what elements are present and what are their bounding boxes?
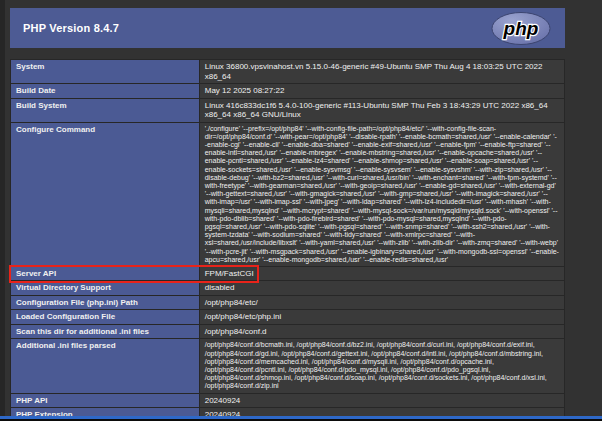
table-row: Additional .ini files parsed /opt/php84/… — [11, 339, 565, 393]
page-title: PHP Version 8.4.7 — [23, 22, 119, 34]
table-row: Build System Linux 416c833dc1f6 5.4.0-10… — [11, 98, 565, 122]
row-value: /opt/php84/etc/ — [199, 295, 564, 310]
phpinfo-table: System Linux 36800.vpsvinahost.vn 5.15.0… — [10, 59, 565, 421]
header-bar: PHP Version 8.4.7 php — [10, 8, 565, 48]
row-value: Linux 416c833dc1f6 5.4.0-100-generic #11… — [199, 98, 564, 122]
row-label: Configuration File (php.ini) Path — [11, 295, 200, 310]
row-value: Linux 36800.vpsvinahost.vn 5.15.0-46-gen… — [199, 60, 564, 84]
table-row: Server API FPM/FastCGI — [11, 266, 565, 281]
info-table-body: System Linux 36800.vpsvinahost.vn 5.15.0… — [11, 60, 565, 421]
row-label: System — [11, 60, 200, 84]
row-label: Virtual Directory Support — [11, 281, 200, 296]
row-label: Scan this dir for additional .ini files — [11, 324, 200, 339]
row-label: Server API — [11, 266, 200, 281]
phpinfo-page: { "header": { "title": "PHP Version 8.4.… — [0, 0, 602, 421]
row-value: './configure' '--prefix=/opt/php84' '--w… — [199, 122, 564, 266]
row-label: Build System — [11, 98, 200, 122]
row-value: 20240924 — [199, 393, 564, 408]
table-row: System Linux 36800.vpsvinahost.vn 5.15.0… — [11, 60, 565, 84]
row-label: Loaded Configuration File — [11, 310, 200, 325]
row-label: PHP API — [11, 393, 200, 408]
table-row: Configuration File (php.ini) Path /opt/p… — [11, 295, 565, 310]
row-value: /opt/php84/etc/php.ini — [199, 310, 564, 325]
row-label: Build Date — [11, 84, 200, 99]
row-value: disabled — [199, 281, 564, 296]
table-row: Configure Command './configure' '--prefi… — [11, 122, 565, 266]
row-value: May 12 2025 08:27:22 — [199, 84, 564, 99]
row-value: /opt/php84/conf.d — [199, 324, 564, 339]
row-value: FPM/FastCGI — [199, 266, 564, 281]
table-row: Loaded Configuration File /opt/php84/etc… — [11, 310, 565, 325]
table-row: Scan this dir for additional .ini files … — [11, 324, 565, 339]
table-row: Virtual Directory Support disabled — [11, 281, 565, 296]
window-left-edge — [0, 0, 5, 421]
php-logo-icon: php — [491, 12, 551, 45]
row-label: Configure Command — [11, 122, 200, 266]
row-value: /opt/php84/conf.d/bcmath.ini, /opt/php84… — [199, 339, 564, 393]
php-logo-text: php — [503, 18, 539, 39]
content-area: PHP Version 8.4.7 php System Linux 36800… — [10, 8, 565, 421]
row-label: Additional .ini files parsed — [11, 339, 200, 393]
table-row: Build Date May 12 2025 08:27:22 — [11, 84, 565, 99]
table-row: PHP API 20240924 — [11, 393, 565, 408]
